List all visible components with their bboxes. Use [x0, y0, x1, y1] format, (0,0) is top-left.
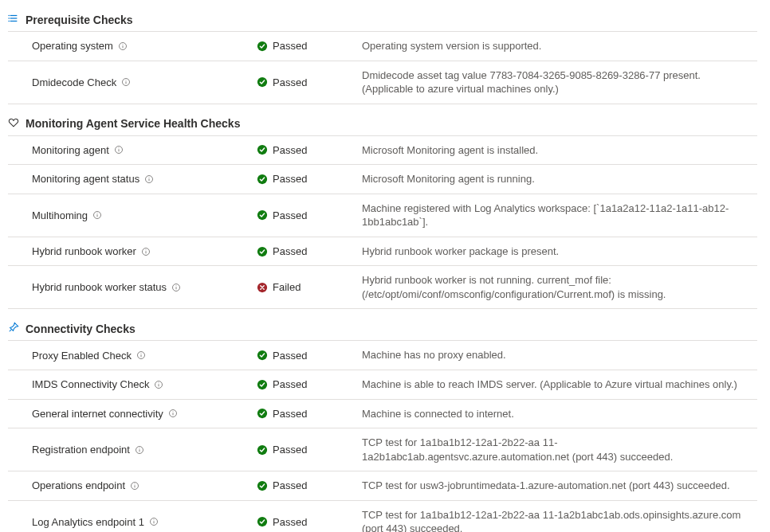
- check-detail: Machine registered with Log Analytics wo…: [359, 194, 757, 237]
- check-name-cell: General internet connectivity: [8, 400, 247, 428]
- check-name: Proxy Enabled Check: [32, 350, 132, 362]
- passed-icon: [257, 174, 268, 185]
- check-status-label: Passed: [273, 40, 307, 52]
- check-status-label: Failed: [273, 281, 301, 293]
- check-name-cell: Multihoming: [8, 194, 247, 237]
- svg-point-53: [135, 483, 136, 484]
- passed-icon: [257, 41, 268, 52]
- check-detail: Operating system version is supported.: [359, 32, 757, 61]
- info-icon[interactable]: [154, 380, 163, 389]
- check-name-cell: Monitoring agent status: [8, 165, 247, 194]
- check-name-cell: Operating system: [8, 32, 247, 61]
- check-status-label: Passed: [273, 350, 307, 362]
- svg-point-24: [97, 213, 98, 214]
- check-detail: Dmidecode asset tag value 7783-7084-3265…: [359, 61, 757, 104]
- svg-point-8: [122, 44, 123, 45]
- section-prereq: Prerequisite ChecksOperating systemPasse…: [8, 10, 757, 104]
- check-status-cell: Passed: [247, 428, 359, 471]
- check-status-cell: Passed: [247, 400, 359, 428]
- check-status-cell: Passed: [247, 341, 359, 370]
- check-name-cell: Hybrid runbook worker: [8, 237, 247, 266]
- info-icon[interactable]: [130, 481, 139, 491]
- info-icon[interactable]: [141, 247, 151, 256]
- section-title: Monitoring Agent Service Health Checks: [26, 117, 240, 130]
- check-status-label: Passed: [273, 209, 307, 221]
- check-row: Operations endpointPassedTCP test for us…: [8, 471, 757, 501]
- info-icon[interactable]: [121, 77, 131, 87]
- passed-icon: [257, 408, 268, 419]
- info-icon[interactable]: [92, 210, 102, 220]
- svg-point-12: [126, 80, 127, 80]
- section-health: Monitoring Agent Service Health ChecksMo…: [8, 114, 757, 310]
- check-status-cell: Passed: [247, 32, 359, 61]
- info-icon[interactable]: [118, 41, 128, 51]
- check-name: Dmidecode Check: [32, 76, 116, 88]
- passed-icon: [257, 444, 268, 456]
- passed-icon: [257, 209, 268, 221]
- check-name-cell: Dmidecode Check: [8, 61, 247, 104]
- check-name: Operating system: [32, 40, 113, 52]
- check-name: Hybrid runbook worker: [32, 245, 136, 257]
- diagnostics-panel: Prerequisite ChecksOperating systemPasse…: [8, 10, 757, 532]
- passed-icon: [257, 480, 268, 491]
- section-header: Prerequisite Checks: [8, 10, 757, 32]
- info-icon[interactable]: [171, 283, 181, 292]
- check-status-cell: Passed: [247, 471, 359, 500]
- check-name: IMDS Connectivity Check: [32, 378, 149, 390]
- passed-icon: [257, 350, 268, 361]
- info-icon[interactable]: [135, 445, 144, 455]
- check-name-cell: Operations endpoint: [8, 471, 247, 500]
- check-status-cell: Passed: [247, 194, 359, 237]
- info-icon[interactable]: [149, 517, 159, 526]
- section-conn: Connectivity ChecksProxy Enabled CheckPa…: [8, 319, 757, 532]
- heart-icon: [8, 117, 19, 131]
- check-row: Log Analytics endpoint 1PassedTCP test f…: [8, 501, 757, 532]
- check-name-cell: Log Analytics endpoint 1: [8, 501, 247, 532]
- svg-point-3: [8, 15, 10, 17]
- check-detail: Microsoft Monitoring agent is installed.: [359, 136, 757, 165]
- check-status-label: Passed: [273, 516, 307, 528]
- check-status-label: Passed: [273, 76, 307, 88]
- check-name-cell: Monitoring agent: [8, 136, 247, 165]
- check-name-cell: Registration endpoint: [8, 428, 247, 471]
- check-name: Multihoming: [32, 209, 88, 221]
- check-detail: Hybrid runbook worker is not running. cu…: [359, 266, 757, 308]
- check-name: Log Analytics endpoint 1: [32, 516, 144, 528]
- passed-icon: [257, 379, 268, 390]
- svg-point-28: [145, 249, 146, 250]
- check-name: General internet connectivity: [32, 408, 163, 420]
- list-icon: [8, 13, 19, 26]
- check-name-cell: IMDS Connectivity Check: [8, 370, 247, 399]
- svg-point-16: [118, 148, 119, 149]
- pin-icon: [8, 322, 19, 335]
- info-icon[interactable]: [144, 174, 154, 184]
- svg-point-5: [8, 21, 10, 22]
- check-status-label: Passed: [273, 144, 307, 156]
- section-title: Connectivity Checks: [26, 323, 136, 335]
- check-status-label: Passed: [273, 245, 307, 257]
- check-row: Monitoring agentPassedMicrosoft Monitori…: [8, 136, 757, 166]
- info-icon[interactable]: [168, 409, 178, 418]
- passed-icon: [257, 246, 268, 257]
- svg-point-45: [172, 412, 173, 413]
- svg-line-34: [10, 330, 12, 332]
- passed-icon: [257, 144, 268, 155]
- failed-icon: [257, 282, 268, 293]
- passed-icon: [257, 76, 268, 88]
- check-row: IMDS Connectivity CheckPassedMachine is …: [8, 370, 757, 400]
- info-icon[interactable]: [136, 350, 146, 360]
- info-icon[interactable]: [114, 145, 124, 155]
- check-row: Hybrid runbook workerPassedHybrid runboo…: [8, 237, 757, 267]
- passed-icon: [257, 516, 268, 527]
- check-detail: TCP test for 1a1ba1b12-12a1-2b22-aa 11-1…: [359, 428, 757, 471]
- check-name: Operations endpoint: [32, 479, 125, 491]
- section-title: Prerequisite Checks: [26, 14, 133, 26]
- check-name: Registration endpoint: [32, 444, 130, 456]
- check-status-label: Passed: [273, 378, 307, 390]
- svg-point-4: [8, 18, 10, 19]
- check-name: Hybrid runbook worker status: [32, 281, 167, 293]
- svg-point-20: [149, 177, 150, 178]
- check-detail: Hybrid runbook worker package is present…: [359, 237, 757, 266]
- check-status-cell: Passed: [247, 136, 359, 165]
- check-row: Registration endpointPassedTCP test for …: [8, 428, 757, 471]
